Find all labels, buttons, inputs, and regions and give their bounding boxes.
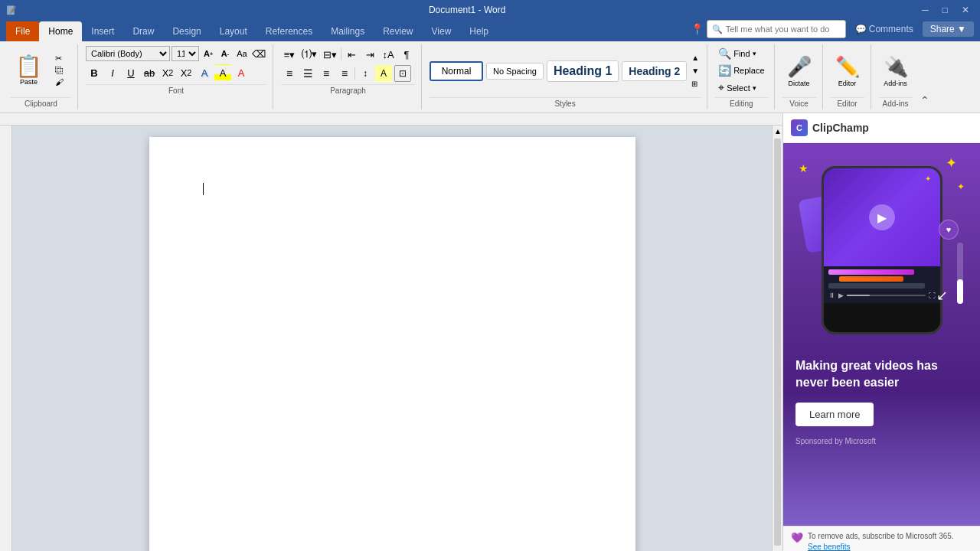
clipboard-buttons: 📋 Paste ✂ ⿻ 🖌 — [11, 46, 71, 96]
copy-icon: ⿻ — [55, 66, 64, 75]
style-heading2-btn[interactable]: Heading 2 — [622, 61, 687, 81]
shrink-font-btn[interactable]: A- — [217, 46, 233, 61]
close-btn[interactable]: ✕ — [957, 5, 974, 15]
multilevel-btn[interactable]: ⊟▾ — [321, 46, 339, 63]
style-heading1-btn[interactable]: Heading 1 — [547, 60, 619, 82]
volume-slider[interactable] — [957, 243, 963, 304]
pause-icon[interactable]: ⏸ — [828, 292, 835, 299]
heart-btn[interactable]: ♥ — [939, 220, 959, 240]
tab-design[interactable]: Design — [163, 21, 210, 41]
tab-references[interactable]: References — [256, 21, 322, 41]
doc-page — [149, 137, 635, 551]
paste-area: 📋 Paste ✂ ⿻ 🖌 — [11, 53, 71, 89]
underline-btn[interactable]: U — [122, 64, 139, 81]
play-icon-small[interactable]: ▶ — [838, 292, 844, 299]
ribbon-search-area: 📍 🔍 💬 Comments Share ▼ — [691, 20, 974, 38]
editor-btn[interactable]: ✏️ Editor — [831, 52, 864, 90]
addins-controls: 🔌 Add-ins — [879, 46, 913, 96]
select-icon: ⌖ — [718, 81, 724, 94]
format-painter-btn[interactable]: 🖌 — [47, 77, 71, 87]
bullets-btn[interactable]: ≡▾ — [281, 46, 298, 63]
styles-more-btn[interactable]: ⊞ — [690, 78, 701, 90]
borders-btn[interactable]: ⊡ — [394, 65, 411, 82]
ribbon-search-box[interactable]: 🔍 — [707, 20, 846, 38]
para-divider-1 — [341, 48, 341, 60]
bold-btn[interactable]: B — [86, 64, 103, 81]
copy-btn[interactable]: ⿻ — [47, 65, 71, 76]
align-right-btn[interactable]: ≡ — [318, 65, 335, 82]
italic-btn[interactable]: I — [104, 64, 121, 81]
cut-btn[interactable]: ✂ — [47, 53, 71, 64]
screen-star: ✦ — [925, 174, 931, 183]
numbering-btn[interactable]: ⑴▾ — [299, 46, 319, 63]
tab-layout[interactable]: Layout — [211, 21, 256, 41]
superscript-btn[interactable]: X2 — [178, 64, 194, 81]
tab-draw[interactable]: Draw — [123, 21, 163, 41]
fullscreen-icon[interactable]: ⛶ — [929, 292, 936, 299]
collapse-ribbon-btn[interactable]: ⌃ — [920, 44, 929, 109]
play-button[interactable]: ▶ — [869, 204, 895, 230]
tab-help[interactable]: Help — [460, 21, 498, 41]
text-effects-btn[interactable]: A — [196, 64, 213, 81]
minimize-btn[interactable]: ─ — [917, 5, 933, 15]
clipchamp-logo: C — [791, 119, 808, 136]
shading-btn[interactable]: A — [375, 65, 392, 82]
styles-container: Normal No Spacing Heading 1 Heading 2 ▲ … — [430, 46, 701, 96]
replace-btn[interactable]: 🔄 Replace — [715, 63, 767, 78]
font-color-btn[interactable]: A — [233, 64, 250, 81]
grow-font-btn[interactable]: A+ — [201, 46, 216, 61]
addins-btn[interactable]: 🔌 Add-ins — [879, 52, 913, 90]
paste-btn[interactable]: 📋 Paste — [11, 53, 47, 89]
sort-btn[interactable]: ↕A — [380, 46, 397, 63]
highlight-btn[interactable]: A — [214, 64, 231, 81]
show-formatting-btn[interactable]: ¶ — [398, 46, 415, 63]
style-normal-btn[interactable]: Normal — [430, 61, 483, 81]
see-benefits-link[interactable]: See benefits — [808, 543, 851, 551]
addins-label: Add-ins — [879, 97, 913, 108]
tab-insert[interactable]: Insert — [82, 21, 123, 41]
share-btn[interactable]: Share ▼ — [923, 21, 974, 37]
window-controls[interactable]: ─ □ ✕ — [917, 5, 974, 15]
clipboard-label: Clipboard — [11, 97, 71, 108]
decrease-indent-btn[interactable]: ⇤ — [343, 46, 360, 63]
search-input[interactable] — [726, 24, 841, 34]
increase-indent-btn[interactable]: ⇥ — [361, 46, 378, 63]
font-family-select[interactable]: Calibri (Body) — [86, 46, 170, 61]
tab-review[interactable]: Review — [374, 21, 422, 41]
scroll-down-btn[interactable]: ▼ — [773, 547, 782, 551]
editing-controls: 🔍 Find ▾ 🔄 Replace ⌖ Select ▾ — [715, 46, 767, 96]
change-case-btn[interactable]: Aa — [234, 46, 250, 61]
text-cursor — [203, 183, 204, 195]
tab-file[interactable]: File — [6, 21, 39, 41]
ribbon-group-editor: ✏️ Editor Editor — [825, 44, 871, 109]
style-no-spacing-btn[interactable]: No Spacing — [486, 63, 544, 80]
subscript-btn[interactable]: X2 — [159, 64, 176, 81]
ribbon-group-voice: 🎤 Dictate Voice — [776, 44, 823, 109]
find-dropdown-icon: ▾ — [753, 50, 756, 57]
maximize-btn[interactable]: □ — [938, 5, 952, 15]
tab-home[interactable]: Home — [39, 21, 82, 41]
vertical-scrollbar[interactable]: ▲ ▼ — [772, 126, 782, 551]
scroll-thumb[interactable] — [774, 139, 781, 546]
phone-mockup: ▶ ✦ ⏸ ▶ — [822, 166, 942, 334]
styles-scroll-up[interactable]: ▲ — [690, 52, 701, 64]
doc-page-area[interactable] — [12, 126, 772, 551]
strikethrough-btn[interactable]: ab — [141, 64, 158, 81]
tab-mailings[interactable]: Mailings — [322, 21, 374, 41]
tab-view[interactable]: View — [423, 21, 461, 41]
align-center-btn[interactable]: ☰ — [299, 65, 316, 82]
star-top-left: ★ — [799, 162, 808, 174]
scroll-up-btn[interactable]: ▲ — [773, 126, 782, 137]
styles-scroll-down[interactable]: ▼ — [690, 65, 701, 77]
font-size-select[interactable]: 11 — [172, 46, 199, 61]
select-btn[interactable]: ⌖ Select ▾ — [715, 80, 767, 96]
search-icon: 🔍 — [712, 24, 723, 34]
learn-more-btn[interactable]: Learn more — [795, 403, 874, 426]
justify-btn[interactable]: ≡ — [336, 65, 353, 82]
align-left-btn[interactable]: ≡ — [281, 65, 298, 82]
comments-btn[interactable]: 💬 Comments — [849, 22, 920, 36]
find-btn[interactable]: 🔍 Find ▾ — [715, 46, 767, 61]
line-spacing-btn[interactable]: ↕ — [357, 65, 374, 82]
dictate-btn[interactable]: 🎤 Dictate — [782, 52, 816, 90]
clear-format-btn[interactable]: ⌫ — [251, 46, 266, 61]
